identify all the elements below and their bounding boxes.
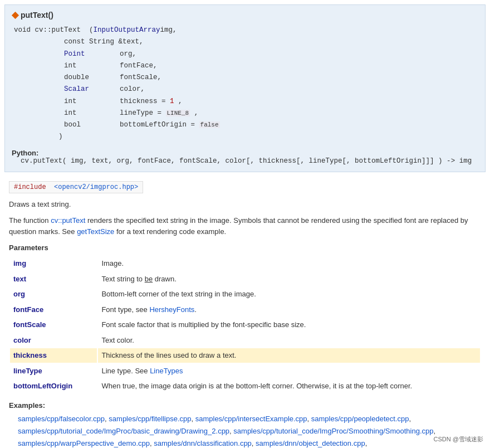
hersheyfont-link[interactable]: HersheyFonts — [149, 305, 194, 314]
function-title: ◆ putText() — [12, 9, 478, 20]
example-link-smoothing[interactable]: samples/cpp/tutorial_code/ImgProc/Smooth… — [233, 427, 433, 435]
sig-type-8: int — [64, 108, 120, 119]
cv-puttext-link[interactable]: cv::putText — [51, 216, 85, 225]
examples-heading: Examples: — [9, 401, 481, 410]
sig-line-8: int lineType = LINE_8 , — [14, 108, 478, 119]
sig-type-1: InputOutputArray — [94, 25, 160, 36]
param-desc-fontscale: Font scale factor that is multiplied by … — [98, 318, 480, 332]
sig-param-1: img, — [160, 25, 177, 36]
gettextsize-link[interactable]: getTextSize — [77, 227, 114, 236]
param-desc-img: Image. — [98, 256, 480, 271]
param-name-color: color — [10, 333, 97, 348]
param-row-text: text Text string to be drawn. — [10, 272, 480, 286]
example-link-classification[interactable]: samples/dnn/classification.cpp — [154, 439, 252, 447]
sig-line-9: bool bottomLeftOrigin = false — [14, 119, 478, 131]
sig-line-3: Point org, — [14, 48, 478, 60]
param-desc-color: Text color. — [98, 333, 480, 348]
param-name-thickness: thickness — [10, 348, 97, 363]
param-name-bottomleftorigin: bottomLeftOrigin — [10, 379, 97, 393]
linetypes-link[interactable]: LineTypes — [150, 367, 183, 375]
param-desc-org: Bottom-left corner of the text string in… — [98, 287, 480, 301]
sig-type-5: double — [64, 72, 120, 84]
examples-list: samples/cpp/falsecolor.cpp, samples/cpp/… — [9, 413, 481, 449]
param-row-fontface: fontFace Font type, see HersheyFonts. — [10, 303, 480, 317]
param-row-linetype: lineType Line type. See LineTypes — [10, 364, 480, 378]
sig-type-7: int — [64, 96, 120, 108]
include-path: <opencv2/imgproc.hpp> — [50, 183, 138, 191]
sig-param-2: text, — [122, 36, 144, 48]
example-line-2: samples/cpp/tutorial_code/ImgProc/basic_… — [18, 425, 481, 437]
param-desc-fontface: Font type, see HersheyFonts. — [98, 303, 480, 317]
example-link-peopledetect[interactable]: samples/cpp/peopledetect.cpp — [311, 415, 409, 423]
include-keyword: #include — [14, 183, 46, 191]
content-section: #include <opencv2/imgproc.hpp> Draws a t… — [0, 177, 490, 449]
example-line-1: samples/cpp/falsecolor.cpp, samples/cpp/… — [18, 413, 481, 425]
sig-close: ) — [14, 131, 478, 143]
example-line-3: samples/cpp/warpPerspective_demo.cpp, sa… — [18, 437, 481, 448]
example-link-object-detection[interactable]: samples/dnn/object_detection.cpp — [256, 439, 365, 447]
sig-line-5: double fontScale, — [14, 72, 478, 84]
include-box: #include <opencv2/imgproc.hpp> — [9, 181, 143, 193]
param-row-thickness: thickness Thickness of the lines used to… — [10, 348, 480, 363]
python-label: Python: — [12, 149, 38, 157]
sig-line-7: int thickness = 1 , — [14, 96, 478, 108]
param-name-linetype: lineType — [10, 364, 97, 378]
sig-param-4: fontFace, — [120, 60, 158, 72]
sig-param-5: fontScale, — [120, 72, 161, 84]
sig-type-2: const String & — [64, 36, 122, 48]
sig-type-9: bool — [64, 119, 120, 131]
sig-line-1: void cv::putText ( InputOutputArray img, — [14, 25, 478, 36]
example-link-fitellipse[interactable]: samples/cpp/fitellipse.cpp — [109, 415, 191, 423]
long-description: The function cv::putText renders the spe… — [9, 215, 481, 237]
examples-label: Examples: — [9, 401, 45, 410]
example-link-drawing2[interactable]: samples/cpp/tutorial_code/ImgProc/basic_… — [18, 427, 229, 435]
param-desc-linetype: Line type. See LineTypes — [98, 364, 480, 378]
param-name-org: org — [10, 287, 97, 301]
param-row-color: color Text color. — [10, 333, 480, 348]
param-name-img: img — [10, 256, 97, 271]
sig-param-9: bottomLeftOrigin = false — [120, 119, 220, 131]
sig-line-6: Scalar color, — [14, 84, 478, 95]
sig-line-2: const String & text, — [14, 36, 478, 48]
sig-void: void cv::putText — [14, 25, 89, 36]
params-heading: Parameters — [9, 244, 481, 252]
param-name-fontface: fontFace — [10, 303, 97, 317]
sig-param-8: lineType = LINE_8 , — [120, 108, 198, 119]
sig-type-4: int — [64, 60, 120, 72]
sig-param-7: thickness = 1 , — [120, 96, 183, 108]
function-name: putText() — [21, 11, 53, 20]
example-link-warpperspective[interactable]: samples/cpp/warpPerspective_demo.cpp — [18, 439, 150, 447]
sig-param-3: org, — [120, 48, 136, 60]
param-name-text: text — [10, 272, 97, 286]
example-link-intersect[interactable]: samples/cpp/intersectExample.cpp — [195, 415, 307, 423]
sig-close-paren: ) — [58, 131, 63, 143]
param-desc-text: Text string to be drawn. — [98, 272, 480, 286]
signature-section: ◆ putText() void cv::putText ( InputOutp… — [4, 4, 486, 172]
signature-block: void cv::putText ( InputOutputArray img,… — [12, 25, 478, 143]
sig-type-3: Point — [64, 48, 120, 60]
param-desc-thickness: Thickness of the lines used to draw a te… — [98, 348, 480, 363]
param-row-org: org Bottom-left corner of the text strin… — [10, 287, 480, 301]
param-desc-bottomleftorigin: When true, the image data origin is at t… — [98, 379, 480, 393]
params-table: img Image. text Text string to be drawn.… — [9, 255, 481, 395]
param-row-bottomleftorigin: bottomLeftOrigin When true, the image da… — [10, 379, 480, 393]
short-description: Draws a text string. — [9, 199, 481, 210]
bullet-icon: ◆ — [12, 9, 18, 20]
param-row-img: img Image. — [10, 256, 480, 271]
param-name-fontscale: fontScale — [10, 318, 97, 332]
sig-line-4: int fontFace, — [14, 60, 478, 72]
param-row-fontscale: fontScale Font scale factor that is mult… — [10, 318, 480, 332]
sig-type-6: Scalar — [64, 84, 120, 95]
sig-param-6: color, — [120, 84, 145, 95]
python-section: Python: cv.putText( img, text, org, font… — [12, 149, 478, 165]
example-link-falsecolor[interactable]: samples/cpp/falsecolor.cpp — [18, 415, 105, 423]
watermark: CSDN @雪域迷影 — [434, 435, 483, 444]
sig-open-paren: ( — [89, 25, 94, 36]
python-code: cv.putText( img, text, org, fontFace, fo… — [12, 157, 478, 165]
